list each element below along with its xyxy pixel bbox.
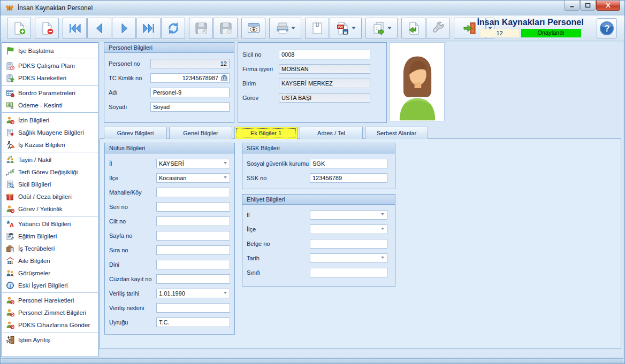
person-block-icon (6, 296, 14, 305)
sidebar-separator (2, 112, 98, 113)
toolbar: PDF (1, 16, 624, 41)
seri-no-input[interactable] (156, 202, 230, 212)
refresh-button[interactable] (161, 18, 185, 39)
tab-ek-bilgiler-1[interactable]: Ek Bilgiler 1 (234, 127, 298, 139)
nufus-il-combo[interactable] (156, 159, 230, 168)
chevron-down-icon (381, 257, 384, 259)
family-icon (6, 257, 14, 265)
chevron-down-icon (381, 213, 384, 215)
briefcase-icon (6, 244, 14, 253)
sidebar-item-sicil-bilgileri[interactable]: Sicil Bilgileri (2, 178, 98, 190)
previous-record-button[interactable] (87, 18, 111, 39)
sidebar-item-label: İş Kazası Bilgileri (18, 142, 65, 148)
delete-record-button[interactable] (35, 18, 59, 39)
sidebar-item-gorev-yetkinlik[interactable]: Görev / Yetkinlik (2, 203, 98, 215)
sidebar-item-pdks-cihazlarina-gonder[interactable]: PDKS Cihazlarına Gönder (2, 319, 98, 331)
tab-content: Nüfus Bilgileri İl İlçe Mahalle/Köy (100, 138, 621, 349)
next-record-button[interactable] (112, 18, 136, 39)
ehliyet-il-combo[interactable] (310, 210, 387, 220)
chevron-down-icon (381, 228, 384, 230)
save-cancel-button[interactable] (214, 18, 238, 39)
payment-icon: $ (6, 101, 14, 110)
birim-input[interactable] (279, 79, 370, 88)
import-button[interactable] (401, 18, 425, 39)
doc-heart-icon (6, 128, 14, 137)
tab-adres-tel[interactable]: Adres / Tel (300, 127, 363, 139)
ssk-no-input[interactable] (310, 173, 387, 183)
sidebar-item-odeme-kesinti[interactable]: $ Ödeme - Kesinti (2, 99, 98, 111)
sicil-no-input[interactable] (279, 50, 370, 59)
field-label: SSK no (247, 175, 310, 181)
verilis-nedeni-input[interactable] (156, 303, 230, 313)
copy-record-button[interactable] (365, 18, 398, 39)
sidebar-item-aile[interactable]: Aile Bilgileri (2, 254, 98, 267)
personel-no-input[interactable] (150, 59, 230, 68)
verilis-tarihi-combo[interactable] (156, 289, 230, 298)
minimize-button[interactable] (564, 1, 580, 11)
ehliyet-tarih-combo[interactable] (310, 253, 387, 263)
sidebar-item-tayin-nakil[interactable]: Tayin / Nakil (2, 153, 98, 166)
sidebar-item-yabanci-dil[interactable]: A Yabancı Dil Bilgileri (2, 218, 98, 230)
last-record-button[interactable] (136, 18, 161, 39)
ehliyet-ilce-combo[interactable] (310, 224, 387, 234)
sinifi-input[interactable] (310, 268, 387, 277)
sayfa-no-input[interactable] (156, 231, 230, 241)
sidebar-item-label: Ödül / Ceza bilgileri (18, 193, 72, 200)
sidebar-item-saglik-muayene[interactable]: Sağlık Muayene Bilgileri (2, 126, 98, 138)
help-button[interactable]: ? (597, 18, 617, 38)
adi-input[interactable] (150, 88, 230, 97)
export-pdf-button[interactable]: PDF (330, 18, 362, 39)
maximize-button[interactable] (580, 1, 596, 11)
sira-no-input[interactable] (156, 245, 230, 255)
sidebar-item-personel-hareketleri[interactable]: Personel Hareketleri (2, 294, 98, 306)
tab-serbest-alanlar[interactable]: Serbest Alanlar (365, 127, 428, 139)
sidebar-item-isten-ayrilis[interactable]: İşten Ayrılış (2, 334, 98, 346)
preview-button[interactable] (241, 18, 265, 39)
tab-genel-bilgiler[interactable]: Genel Bilgiler (169, 127, 232, 139)
person-block-icon (6, 116, 14, 125)
sidebar-item-izin-bilgileri[interactable]: İzin Bilgileri (2, 114, 98, 126)
save-button[interactable] (189, 18, 213, 39)
sidebar-item-pdks-calisma-plani[interactable]: PDKS Çalışma Planı (2, 59, 98, 72)
first-record-button[interactable] (63, 18, 87, 39)
tc-kimlik-no-input[interactable] (150, 73, 230, 83)
sidebar-item-egitim[interactable]: Eğitim Bilgileri (2, 230, 98, 242)
mahalle-koy-input[interactable] (156, 188, 230, 197)
cilt-no-input[interactable] (156, 216, 230, 226)
soyadi-input[interactable] (150, 102, 230, 112)
uyrugu-input[interactable] (156, 317, 230, 327)
options-button[interactable] (426, 18, 450, 39)
gorev-input[interactable] (279, 93, 370, 103)
sidebar-item-eski-isyeri[interactable]: i Eski İşyeri Bilgileri (2, 279, 98, 291)
field-label: İlçe (247, 226, 310, 233)
employee-photo (390, 42, 445, 121)
sidebar-item-bordro-parametreleri[interactable]: Bordro Parametreleri (2, 87, 98, 99)
new-record-button[interactable] (7, 18, 31, 39)
sosyal-guvenlik-kurumu-input[interactable] (310, 159, 387, 168)
person-block-icon (6, 321, 14, 329)
firma-isyeri-input[interactable] (279, 64, 370, 74)
belge-no-input[interactable] (310, 239, 387, 249)
sidebar-item-terfi-gorev[interactable]: Terfi Görev Değişikliği (2, 166, 98, 178)
field-label: İlçe (109, 175, 156, 181)
dini-input[interactable] (156, 260, 230, 269)
sidebar-item-gorusmeler[interactable]: Görüşmeler (2, 267, 98, 279)
sidebar-item-is-tecrubeleri[interactable]: İş Tecrübeleri (2, 242, 98, 254)
sidebar-item-label: İşe Başlatma (18, 48, 54, 54)
print-button[interactable] (269, 18, 301, 39)
save-cancel-icon (219, 21, 233, 35)
cuzdan-kayit-no-input[interactable] (156, 274, 230, 284)
sidebar-item-personel-zimmet[interactable]: Personel Zimmet Bilgileri (2, 306, 98, 319)
sidebar-item-is-kazasi[interactable]: ! İş Kazası Bilgileri (2, 138, 98, 151)
sidebar-item-pdks-hareketleri[interactable]: PDKS Hareketleri (2, 72, 98, 84)
nufus-ilce-combo[interactable] (156, 173, 230, 183)
sidebar-item-label: Yabancı Dil Bilgileri (18, 221, 71, 227)
new-page-button[interactable] (305, 18, 329, 39)
tab-gorev-bilgileri[interactable]: Görev Bilgileri (104, 127, 167, 139)
close-button[interactable] (596, 1, 620, 11)
government-building-icon[interactable] (220, 74, 228, 81)
sidebar-item-ise-baslatma[interactable]: İşe Başlatma (2, 44, 98, 57)
sidebar-item-label: İzin Bilgileri (18, 117, 49, 123)
main-area: Personel Bilgileri Personel no TC Kimlik… (100, 42, 623, 357)
sidebar-item-odul-ceza[interactable]: Ödül / Ceza bilgileri (2, 190, 98, 203)
